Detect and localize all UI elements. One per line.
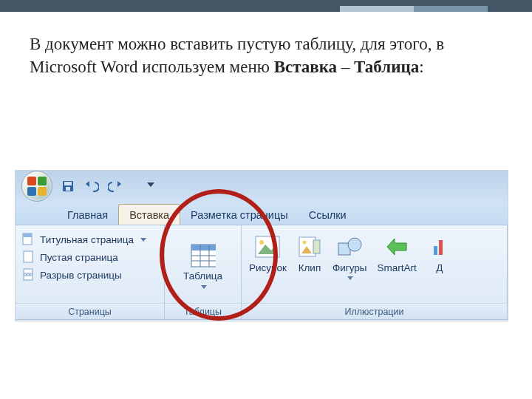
cover-page-button[interactable]: Титульная страница bbox=[20, 231, 160, 248]
tab-references[interactable]: Ссылки bbox=[299, 205, 357, 225]
picture-label: Рисунок bbox=[249, 262, 287, 273]
shapes-button[interactable]: Фигуры bbox=[332, 233, 367, 299]
clip-label: Клип bbox=[299, 262, 321, 273]
dropdown-icon bbox=[347, 276, 353, 280]
table-icon bbox=[191, 243, 216, 268]
tab-page-layout[interactable]: Разметка страницы bbox=[180, 205, 299, 225]
qat-customize-dropdown-icon[interactable] bbox=[147, 183, 154, 190]
chart-button-cut[interactable]: Д bbox=[427, 233, 452, 299]
instruction-suffix: : bbox=[419, 58, 423, 76]
svg-rect-26 bbox=[439, 240, 443, 255]
svg-rect-6 bbox=[24, 269, 33, 273]
table-button[interactable]: Таблица bbox=[169, 228, 236, 299]
tab-insert[interactable]: Вставка bbox=[118, 204, 180, 225]
office-logo-icon bbox=[27, 177, 47, 196]
page-break-button[interactable]: Разрыв страницы bbox=[20, 267, 160, 283]
group-label-illustrations: Иллюстрации bbox=[242, 303, 507, 319]
svg-rect-10 bbox=[191, 245, 216, 250]
smartart-icon bbox=[384, 234, 409, 259]
group-label-tables: Таблицы bbox=[165, 303, 241, 319]
save-icon[interactable] bbox=[60, 178, 76, 194]
svg-point-23 bbox=[348, 238, 361, 251]
redo-icon[interactable] bbox=[107, 178, 123, 194]
svg-rect-25 bbox=[434, 246, 437, 255]
table-button-label: Таблица bbox=[183, 271, 222, 282]
blank-page-button[interactable]: Пустая страница bbox=[20, 249, 160, 265]
cover-page-icon bbox=[21, 233, 35, 246]
instruction-sep: – bbox=[337, 58, 354, 76]
svg-rect-7 bbox=[24, 276, 33, 280]
page-break-label: Разрыв страницы bbox=[40, 270, 122, 281]
blank-page-label: Пустая страница bbox=[40, 252, 118, 263]
quick-access-toolbar bbox=[16, 171, 508, 202]
svg-marker-24 bbox=[387, 239, 406, 255]
svg-rect-2 bbox=[66, 187, 70, 191]
svg-point-17 bbox=[259, 240, 264, 245]
tab-home[interactable]: Главная bbox=[57, 205, 118, 225]
picture-button[interactable]: Рисунок bbox=[249, 233, 287, 299]
svg-rect-4 bbox=[23, 233, 32, 237]
ribbon-group-pages: Титульная страница Пустая страница Разры… bbox=[16, 225, 165, 319]
word-ribbon-screenshot: Главная Вставка Разметка страницы Ссылки… bbox=[15, 170, 508, 321]
undo-icon[interactable] bbox=[83, 178, 100, 194]
chart-icon bbox=[427, 234, 452, 259]
instruction-text: В документ можно вставить пустую таблицу… bbox=[0, 12, 532, 86]
ribbon-tabs: Главная Вставка Разметка страницы Ссылки bbox=[16, 202, 508, 225]
shapes-label: Фигуры bbox=[332, 262, 367, 273]
blank-page-icon bbox=[21, 250, 35, 264]
cover-page-label: Титульная страница bbox=[40, 234, 134, 245]
instruction-bold-1: Вставка bbox=[274, 58, 337, 76]
instruction-bold-2: Таблица bbox=[354, 58, 419, 76]
picture-icon bbox=[255, 234, 280, 259]
svg-rect-21 bbox=[313, 240, 320, 253]
svg-rect-1 bbox=[64, 182, 72, 185]
svg-point-20 bbox=[302, 241, 306, 245]
svg-rect-5 bbox=[24, 251, 33, 262]
smartart-label: SmartArt bbox=[377, 262, 416, 273]
dropdown-icon bbox=[140, 238, 146, 242]
clip-button[interactable]: Клип bbox=[297, 233, 322, 299]
clip-icon bbox=[297, 234, 322, 259]
page-break-icon bbox=[21, 268, 35, 282]
dropdown-icon bbox=[201, 285, 207, 289]
group-label-pages: Страницы bbox=[16, 303, 164, 319]
shapes-icon bbox=[337, 234, 362, 259]
smartart-button[interactable]: SmartArt bbox=[377, 233, 416, 299]
ribbon-group-illustrations: Рисунок Клип Фигуры bbox=[242, 225, 508, 319]
ribbon-body: Титульная страница Пустая страница Разры… bbox=[16, 225, 508, 320]
slide-top-bar bbox=[0, 0, 532, 12]
ribbon-group-tables: Таблица Таблицы bbox=[165, 225, 242, 319]
office-button[interactable] bbox=[21, 171, 52, 202]
chart-label-cut: Д bbox=[436, 262, 443, 273]
